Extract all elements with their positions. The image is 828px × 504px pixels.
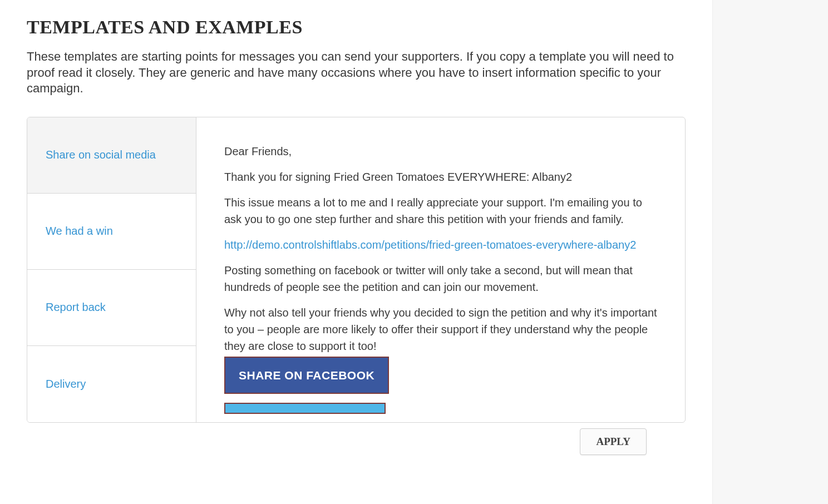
page-title: TEMPLATES AND EXAMPLES bbox=[27, 17, 686, 38]
share-facebook-button[interactable]: SHARE ON FACEBOOK bbox=[224, 357, 389, 394]
template-p1: Dear Friends, bbox=[224, 143, 657, 160]
tab-label: Share on social media bbox=[46, 149, 156, 161]
template-p3: This issue means a lot to me and I reall… bbox=[224, 194, 657, 228]
right-gutter bbox=[712, 0, 828, 504]
tab-delivery[interactable]: Delivery bbox=[27, 346, 196, 422]
intro-text: These templates are starting points for … bbox=[27, 49, 686, 97]
template-p5: Why not also tell your friends why you d… bbox=[224, 304, 657, 354]
share-twitter-button[interactable] bbox=[224, 403, 386, 414]
apply-row: APPLY bbox=[27, 423, 686, 477]
tab-share-social[interactable]: Share on social media bbox=[27, 117, 196, 194]
template-p2: Thank you for signing Fried Green Tomato… bbox=[224, 169, 657, 185]
petition-link[interactable]: http://demo.controlshiftlabs.com/petitio… bbox=[224, 239, 636, 251]
apply-button[interactable]: APPLY bbox=[580, 428, 647, 455]
tab-we-had-win[interactable]: We had a win bbox=[27, 194, 196, 270]
tab-label: We had a win bbox=[46, 225, 113, 238]
tab-label: Delivery bbox=[46, 378, 86, 391]
tab-report-back[interactable]: Report back bbox=[27, 270, 196, 346]
tabs-column: Share on social media We had a win Repor… bbox=[27, 117, 196, 422]
tab-label: Report back bbox=[46, 301, 106, 314]
template-content: Dear Friends, Thank you for signing Frie… bbox=[196, 117, 685, 422]
templates-card: Share on social media We had a win Repor… bbox=[27, 117, 686, 423]
template-p4: Posting something on facebook or twitter… bbox=[224, 262, 657, 295]
